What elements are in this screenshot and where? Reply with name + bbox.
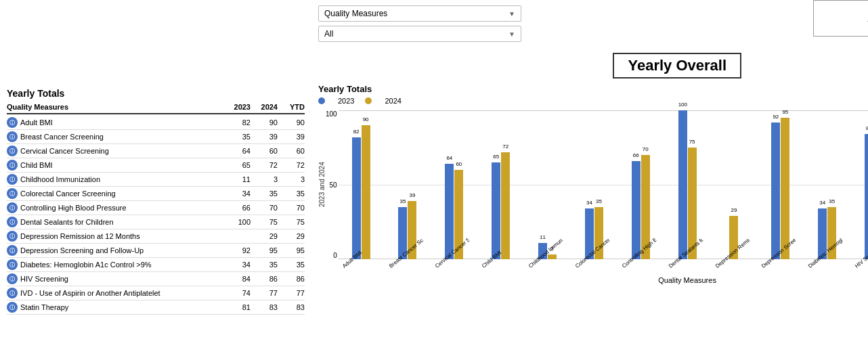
row-2023: 64 [223,147,251,155]
row-name: Adult BMI [20,118,223,127]
row-2023: 66 [223,204,251,212]
table-row: ⓘ Childhood Immunization 11 3 3 [7,173,305,187]
col-2023-header: 2023 [223,103,251,111]
y-axis-label: 2023 and 2024 [318,110,326,259]
dropdowns-container: Quality Measures ▼ All ▼ [311,0,528,47]
legend-label-2024: 2024 [385,97,401,105]
bar-group: 9295 [758,110,803,259]
table-row: ⓘ Colorectal Cancer Screening 34 35 35 [7,187,305,201]
row-2023: 81 [223,303,251,311]
quality-metrics-header: Quality Metrics Yearly, Quarterly & Mont… [813,0,868,37]
row-ytd: 29 [278,232,305,240]
row-name: Diabetes: Hemoglobin A1c Control >9% [20,261,223,269]
row-2024: 35 [251,261,278,269]
row-icon: ⓘ [7,174,18,185]
row-2023: 92 [223,246,251,254]
bar-group: 113 [525,110,570,259]
bar-blue: 64 [445,164,454,259]
table-row: ⓘ HIV Screening 84 86 86 [7,272,305,286]
all-dropdown[interactable]: All ▼ [318,26,521,42]
row-icon: ⓘ [7,160,18,171]
row-ytd: 39 [278,133,305,141]
table-body: ⓘ Adult BMI 82 90 90 ⓘ Breast Cancer Scr… [7,116,305,315]
dropdown-arrow-1: ▼ [508,10,515,18]
row-ytd: 77 [278,289,305,297]
row-name: Childhood Immunization [20,175,223,183]
row-2024: 3 [251,175,278,183]
row-icon: ⓘ [7,302,18,313]
row-icon: ⓘ [7,131,18,142]
legend-dot-2023 [318,97,325,104]
chart-title-wrapper: Yearly Overall [311,47,868,84]
bar-group: 3539 [385,110,431,259]
right-panel: Quality Metrics Yearly, Quarterly & Mont… [311,0,868,356]
legend-label-2023: 2023 [338,97,354,105]
row-name: Controlling High Blood Pressure [20,204,223,212]
row-name: Child BMI [20,161,223,169]
bar-group: 3435 [804,110,850,259]
col-ytd-header: YTD [278,103,305,111]
table-row: ⓘ Dental Sealants for Children 100 75 75 [7,215,305,229]
quality-measures-dropdown[interactable]: Quality Measures ▼ [318,5,521,22]
row-icon: ⓘ [7,202,18,213]
row-2023: 84 [223,275,251,283]
bar-blue: 92 [771,123,780,259]
row-2024: 83 [251,303,278,311]
table-row: ⓘ IVD - Use of Aspirin or Another Antipl… [7,286,305,301]
row-icon: ⓘ [7,117,18,128]
row-2024: 77 [251,289,278,297]
row-icon: ⓘ [7,146,18,156]
row-name: HIV Screening [20,275,223,283]
row-2023: 65 [223,161,251,169]
row-2024: 75 [251,218,278,226]
row-ytd: 35 [278,190,305,198]
table-row: ⓘ Statin Therapy 81 83 83 [7,301,305,315]
row-ytd: 86 [278,275,305,283]
row-ytd: 3 [278,175,305,183]
row-2023: 82 [223,118,251,127]
table-row: ⓘ Cervical Cancer Screening 64 60 60 [7,144,305,158]
x-labels-container: Adult BMIBreast Cancer ScreeningCervical… [339,262,868,271]
row-ytd: 35 [278,261,305,269]
table-row: ⓘ Adult BMI 82 90 90 [7,116,305,130]
table-header: Quality Measures 2023 2024 YTD [7,103,305,114]
bar-group: 3435 [571,110,617,259]
bar-blue: 84 [865,134,868,259]
row-2024: 95 [251,246,278,254]
table-row: ⓘ Depression Remission at 12 Months 29 2… [7,229,305,244]
row-icon: ⓘ [7,259,18,270]
bar-blue: 66 [632,161,641,259]
header-title: Quality Metrics [825,7,868,20]
row-2023: 100 [223,218,251,226]
bar-gold: 95 [781,118,789,259]
row-name: Depression Screening and Follow-Up [20,246,223,254]
header-subtitle: Yearly, Quarterly & Monthly Totals [825,20,868,29]
y-tick-100: 100 [326,110,337,118]
row-ytd: 70 [278,204,305,212]
row-name: Breast Cancer Screening [20,133,223,141]
col-2024-header: 2024 [251,103,278,111]
row-name: IVD - Use of Aspirin or Another Antiplat… [20,289,223,297]
legend-dot-2024 [365,97,372,104]
row-ytd: 90 [278,118,305,127]
bar-gold: 90 [362,125,370,259]
bar-group: 6572 [478,110,523,259]
row-icon: ⓘ [7,245,18,256]
dropdown-arrow-2: ▼ [508,30,515,38]
row-2024: 39 [251,133,278,141]
quality-measures-label: Quality Measures [324,9,387,18]
row-name: Cervical Cancer Screening [20,147,223,155]
row-icon: ⓘ [7,273,18,284]
row-2023: 35 [223,133,251,141]
row-2023: 34 [223,261,251,269]
left-panel: Yearly Totals Quality Measures 2023 2024… [0,0,311,356]
row-2023: 74 [223,289,251,297]
row-2024: 90 [251,118,278,127]
row-2023: 11 [223,175,251,183]
chart-title: Yearly Overall [613,53,741,79]
table-row: ⓘ Depression Screening and Follow-Up 92 … [7,244,305,258]
row-ytd: 72 [278,161,305,169]
row-2023: 34 [223,190,251,198]
y-tick-50: 50 [330,181,337,189]
bar-gold: 3 [548,254,557,259]
